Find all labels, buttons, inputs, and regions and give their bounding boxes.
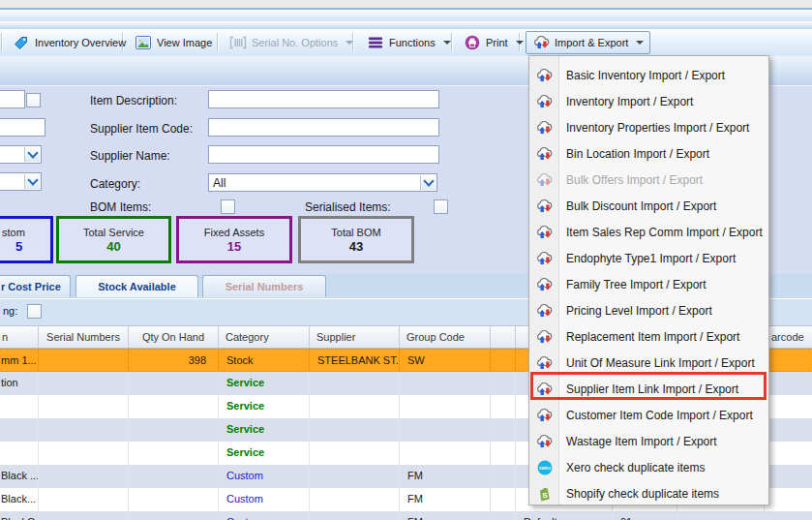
summary-box-1[interactable]: stom5 <box>0 216 53 263</box>
menu-item-family-tree-import-export[interactable]: Family Tree Import / Export <box>530 271 767 297</box>
table-row[interactable]: BlackGCustomFMDefault01 <box>0 511 812 520</box>
grid-cell[interactable] <box>39 372 129 395</box>
supplier-name-input[interactable] <box>208 145 439 164</box>
grid-cell[interactable] <box>39 418 129 442</box>
toolbar-button-serial-no-options[interactable]: Serial No. Options <box>223 31 360 54</box>
grid-cell[interactable]: Service <box>219 395 310 418</box>
category-select[interactable]: All <box>208 173 437 192</box>
grid-cell[interactable] <box>129 488 219 511</box>
grid-cell[interactable] <box>400 418 491 442</box>
grid-cell[interactable] <box>677 511 765 520</box>
summary-box-4[interactable]: Total BOM43 <box>298 216 414 263</box>
grid-cell[interactable] <box>39 442 129 465</box>
grid-cell[interactable]: Black ... <box>0 465 39 488</box>
grid-cell[interactable]: Service <box>219 442 310 465</box>
grid-cell[interactable] <box>129 372 219 395</box>
item-description-input[interactable] <box>208 90 439 108</box>
menu-item-customer-item-code-import-export[interactable]: Customer Item Code Import / Export <box>530 402 767 428</box>
grid-cell[interactable] <box>310 442 400 465</box>
grid-cell[interactable] <box>491 395 516 418</box>
tab-serial-numbers[interactable]: Serial Numbers <box>202 275 326 297</box>
grid-column-header[interactable]: n <box>0 326 39 348</box>
grid-cell[interactable] <box>491 350 516 371</box>
grid-cell[interactable] <box>400 395 491 418</box>
grid-cell[interactable]: mm 1... <box>0 350 39 371</box>
grid-cell[interactable] <box>129 442 219 465</box>
chevron-down-icon[interactable] <box>24 174 40 189</box>
toolbar-button-print[interactable]: Print <box>457 31 530 54</box>
clipped-input-1[interactable] <box>0 90 25 108</box>
chevron-down-icon[interactable] <box>420 175 436 190</box>
clipped-input-2[interactable] <box>0 118 45 137</box>
menu-item-item-sales-rep-comm-import-export[interactable]: Item Sales Rep Comm Import / Export <box>530 219 767 245</box>
grid-cell[interactable] <box>765 488 812 511</box>
toolbar-button-view-image[interactable]: View Image <box>128 31 219 54</box>
menu-item-inventory-properties-import-export[interactable]: Inventory Properties Import / Export <box>530 114 767 140</box>
grid-column-header[interactable]: Category <box>219 326 310 348</box>
grid-column-header[interactable]: arcode <box>765 326 812 348</box>
grid-cell[interactable]: Custom <box>219 511 310 520</box>
summary-box-2[interactable]: Total Service40 <box>56 216 171 263</box>
grid-column-header[interactable]: Qty On Hand <box>129 326 219 348</box>
clipped-combo-1[interactable] <box>0 145 42 164</box>
grid-cell[interactable] <box>310 372 400 395</box>
menu-item-xero-check-duplicate-items[interactable]: XEROXero check duplicate items <box>530 454 767 480</box>
grid-cell[interactable] <box>129 511 219 520</box>
grid-column-header[interactable]: Group Code <box>400 326 491 348</box>
chevron-down-icon[interactable] <box>24 147 40 162</box>
grid-cell[interactable]: STEELBANK ST... <box>310 350 400 371</box>
grid-cell[interactable] <box>491 442 516 465</box>
grid-cell[interactable] <box>400 442 491 465</box>
menu-item-bulk-discount-import-export[interactable]: Bulk Discount Import / Export <box>530 193 767 219</box>
grid-cell[interactable] <box>129 418 219 442</box>
menu-item-bin-location-import-export[interactable]: Bin Location Import / Export <box>530 140 767 167</box>
toolbar-button-inventory-overview[interactable]: Inventory Overview <box>6 31 133 54</box>
grid-cell[interactable]: Service <box>219 418 310 442</box>
grid-cell[interactable] <box>39 465 129 488</box>
grid-cell[interactable] <box>39 488 129 511</box>
grid-cell[interactable] <box>765 418 812 442</box>
grid-cell[interactable] <box>310 465 400 488</box>
toolbar-button-import-export[interactable]: Import & Export <box>526 31 650 54</box>
clipped-combo-2[interactable] <box>0 172 42 191</box>
grid-cell[interactable] <box>400 372 491 395</box>
menu-item-shopify-check-duplicate-items[interactable]: SShopify check duplicate items <box>530 480 767 506</box>
grid-cell[interactable]: FM <box>400 465 491 488</box>
grid-cell[interactable] <box>129 395 219 418</box>
grid-cell[interactable]: 01 <box>613 511 677 520</box>
grid-cell[interactable] <box>491 465 516 488</box>
menu-item-basic-inventory-import-export[interactable]: Basic Inventory Import / Export <box>530 62 767 88</box>
menu-item-wastage-item-import-export[interactable]: Wastage Item Import / Export <box>530 428 767 454</box>
menu-item-inventory-import-export[interactable]: Inventory Import / Export <box>530 88 767 114</box>
grid-cell[interactable]: Black... <box>0 488 39 511</box>
grid-cell[interactable] <box>310 488 400 511</box>
grid-column-header[interactable]: Supplier <box>310 326 400 348</box>
grid-cell[interactable] <box>765 350 812 371</box>
grid-cell[interactable] <box>491 511 516 520</box>
grid-cell[interactable] <box>310 418 400 442</box>
grouping-checkbox[interactable] <box>27 304 42 319</box>
grid-cell[interactable]: SW <box>400 350 491 371</box>
grid-cell[interactable]: Stock <box>219 350 310 371</box>
grid-cell[interactable]: FM <box>400 488 491 511</box>
grid-cell[interactable]: Default <box>516 511 613 520</box>
tab-r-cost-price[interactable]: r Cost Price <box>0 275 71 297</box>
menu-item-endophyte-type1-import-export[interactable]: Endophyte Type1 Import / Export <box>530 245 767 271</box>
grid-cell[interactable] <box>310 395 400 418</box>
menu-item-bulk-offers-import-export[interactable]: Bulk Offers Import / Export <box>530 167 767 193</box>
bom-items-checkbox[interactable] <box>221 199 235 214</box>
grid-cell[interactable]: FM <box>400 511 491 520</box>
grid-cell[interactable] <box>39 350 129 371</box>
menu-item-replacement-item-import-export[interactable]: Replacement Item Import / Export <box>530 323 767 350</box>
grid-cell[interactable]: BlackG <box>0 511 39 520</box>
grid-cell[interactable] <box>491 372 516 395</box>
grid-cell[interactable] <box>310 511 400 520</box>
grid-column-header[interactable]: Serial Numbers <box>39 326 129 348</box>
serialised-items-checkbox[interactable] <box>434 199 448 214</box>
menu-item-pricing-level-import-export[interactable]: Pricing Level Import / Export <box>530 297 767 323</box>
tab-stock-available[interactable]: Stock Available <box>75 275 198 297</box>
grid-cell[interactable]: Custom <box>219 488 310 511</box>
grid-cell[interactable] <box>0 418 39 442</box>
grid-cell[interactable] <box>765 372 812 395</box>
grid-cell[interactable] <box>765 465 812 488</box>
